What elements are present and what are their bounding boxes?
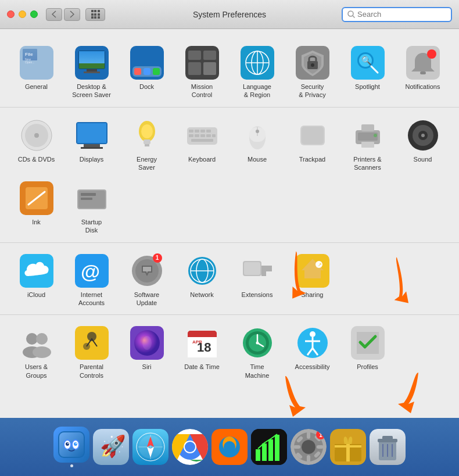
- energy-label: EnergySaver: [137, 155, 157, 172]
- dock-item-trash[interactable]: [370, 429, 406, 465]
- minimize-button[interactable]: [19, 10, 26, 18]
- dock: 🚀: [0, 418, 459, 476]
- datetime-icon: 18 APR: [185, 325, 220, 360]
- pref-item-printers[interactable]: Printers &Scanners: [340, 113, 395, 177]
- mouse-label: Mouse: [248, 155, 267, 163]
- cds-label: CDs & DVDs: [18, 155, 55, 163]
- network-icon: [185, 253, 220, 288]
- svg-point-137: [74, 442, 77, 446]
- pref-item-keyboard[interactable]: Keyboard: [174, 113, 230, 177]
- pref-item-security[interactable]: Security& Privacy: [285, 41, 340, 104]
- pref-item-extensions[interactable]: Extensions: [230, 249, 285, 312]
- dock-item-sysprefs[interactable]: 1: [291, 429, 327, 465]
- pref-item-siri[interactable]: Siri: [119, 321, 174, 384]
- siri-label: Siri: [142, 363, 152, 371]
- pref-item-parental[interactable]: ParentalControls: [64, 321, 119, 384]
- svg-rect-52: [144, 139, 150, 144]
- back-button[interactable]: [46, 8, 62, 21]
- svg-rect-160: [275, 435, 279, 461]
- users-label: Users &Groups: [25, 363, 48, 380]
- svg-point-33: [311, 63, 314, 67]
- pref-item-notifications[interactable]: Notifications: [395, 41, 450, 104]
- dock-item-pixelpumper[interactable]: [251, 429, 287, 465]
- main-content: File New Open... General: [0, 29, 459, 418]
- pref-item-network[interactable]: Network: [174, 249, 230, 312]
- dock-item-firefox[interactable]: [211, 429, 248, 465]
- pref-item-language[interactable]: Language& Region: [230, 41, 285, 104]
- svg-rect-19: [144, 68, 150, 75]
- pref-item-mission-control[interactable]: MissionControl: [174, 41, 230, 104]
- pref-item-software-update[interactable]: 1 SoftwareUpdate: [119, 249, 174, 312]
- keyboard-icon: [185, 118, 220, 153]
- svg-text:APR: APR: [192, 339, 202, 345]
- pref-item-startup[interactable]: StartupDisk: [64, 176, 119, 239]
- dock-item-giftbox[interactable]: [330, 429, 366, 465]
- pref-item-icloud[interactable]: iCloud: [9, 249, 64, 312]
- mission-control-icon: [185, 45, 220, 80]
- pref-item-cds[interactable]: CDs & DVDs: [9, 113, 64, 177]
- search-bar[interactable]: [342, 7, 452, 22]
- pref-item-energy[interactable]: EnergySaver: [119, 113, 174, 177]
- dock-item-chrome[interactable]: [172, 429, 208, 465]
- maximize-button[interactable]: [30, 10, 38, 18]
- pref-item-trackpad[interactable]: Trackpad: [285, 113, 340, 177]
- traffic-lights: [7, 10, 38, 18]
- svg-point-104: [33, 346, 51, 358]
- pref-item-timemachine[interactable]: TimeMachine: [230, 321, 285, 384]
- extensions-icon: [240, 253, 275, 288]
- pref-item-sound[interactable]: Sound: [395, 113, 450, 177]
- pref-item-users[interactable]: Users &Groups: [9, 321, 64, 384]
- svg-rect-86: [81, 198, 92, 200]
- window-title: System Preferences: [193, 10, 266, 19]
- forward-button[interactable]: [64, 8, 80, 21]
- pref-item-sharing[interactable]: ↗ Sharing: [285, 249, 340, 312]
- svg-rect-40: [420, 71, 426, 74]
- svg-rect-25: [203, 62, 216, 75]
- language-icon: [240, 45, 275, 80]
- software-update-label: SoftwareUpdate: [134, 291, 159, 307]
- svg-rect-114: [188, 335, 217, 337]
- dock-item-finder[interactable]: [53, 427, 89, 467]
- trash-dock-icon: [370, 429, 406, 465]
- svg-point-110: [142, 336, 152, 350]
- cds-icon: [19, 118, 54, 153]
- pref-item-mouse[interactable]: Mouse: [230, 113, 285, 177]
- accessibility-icon: [295, 325, 330, 360]
- svg-text:🔍: 🔍: [361, 56, 372, 66]
- dock-item-safari[interactable]: [132, 429, 168, 465]
- grid-view-button[interactable]: [85, 8, 105, 21]
- pref-item-profiles[interactable]: Profiles: [340, 321, 395, 384]
- sharing-icon: ↗: [295, 253, 330, 288]
- close-button[interactable]: [7, 10, 15, 18]
- spotlight-icon: 🔍: [350, 45, 385, 80]
- pref-item-ink[interactable]: Ink: [9, 176, 64, 239]
- internet-accounts-icon: @: [74, 253, 109, 288]
- grid-icon: [91, 10, 100, 19]
- pref-item-displays[interactable]: Displays: [64, 113, 119, 177]
- svg-rect-176: [335, 445, 361, 448]
- pref-item-general[interactable]: File New Open... General: [9, 41, 64, 104]
- pref-item-spotlight[interactable]: 🔍 Spotlight: [340, 41, 395, 104]
- pref-item-accessibility[interactable]: Accessibility: [285, 321, 340, 384]
- parental-icon: [74, 325, 109, 360]
- safari-dock-icon: [132, 429, 168, 465]
- title-bar: System Preferences: [0, 0, 459, 29]
- svg-rect-20: [153, 68, 160, 75]
- svg-point-136: [66, 442, 69, 446]
- svg-rect-60: [195, 134, 199, 137]
- dock-item-launchpad[interactable]: 🚀: [93, 429, 129, 465]
- users-icon: [19, 325, 54, 360]
- pref-item-datetime[interactable]: 18 APR Date & Time: [174, 321, 230, 384]
- svg-rect-61: [200, 134, 205, 137]
- profiles-icon: [350, 325, 385, 360]
- sysprefs-dock-icon: 1: [291, 429, 327, 465]
- ink-icon: [19, 181, 54, 216]
- svg-point-139: [76, 443, 77, 444]
- pref-item-dock[interactable]: Dock: [119, 41, 174, 104]
- pref-item-desktop[interactable]: Desktop &Screen Saver: [64, 41, 119, 104]
- pref-item-internet-accounts[interactable]: @ InternetAccounts: [64, 249, 119, 312]
- general-icon: File New Open...: [19, 45, 54, 80]
- search-input[interactable]: [357, 10, 446, 19]
- svg-rect-166: [293, 445, 300, 449]
- timemachine-label: TimeMachine: [245, 363, 270, 380]
